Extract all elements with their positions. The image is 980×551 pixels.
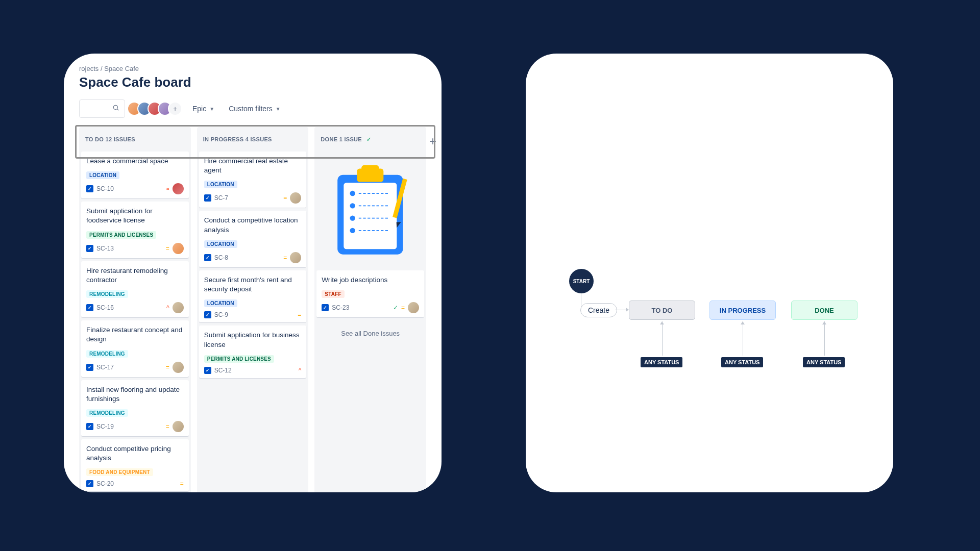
svg-line-1: [117, 109, 119, 111]
issue-card[interactable]: Hire commercial real estate agentLOCATIO…: [199, 152, 307, 208]
task-icon: [204, 311, 211, 318]
breadcrumb-root[interactable]: rojects: [79, 65, 99, 72]
priority-icon: =: [166, 423, 169, 430]
workflow-status-todo[interactable]: TO DO: [629, 300, 695, 320]
card-title: Secure first month's rent and security d…: [204, 276, 302, 294]
issue-card[interactable]: Install new flooring and update furnishi…: [81, 380, 189, 436]
chevron-down-icon: ▼: [209, 106, 214, 112]
card-tag: LOCATION: [204, 240, 237, 248]
task-icon: [86, 185, 93, 192]
assignee-avatar[interactable]: [173, 243, 184, 254]
issue-card[interactable]: Secure first month's rent and security d…: [199, 270, 307, 322]
search-input[interactable]: [79, 99, 125, 118]
card-title: Submit application for foodservice licen…: [86, 207, 184, 225]
priority-icon: =: [298, 311, 301, 318]
card-title: Submit application for business license: [204, 331, 302, 349]
issue-key: SC-20: [96, 480, 114, 487]
assignee-avatar[interactable]: [173, 183, 184, 194]
board-panel: rojects / Space Cafe Space Cafe board + …: [64, 54, 442, 492]
done-illustration: [314, 152, 426, 270]
custom-filters[interactable]: Custom filters ▼: [225, 102, 284, 116]
card-tag: REMODELING: [86, 350, 128, 358]
issue-card[interactable]: Write job descriptionsSTAFFSC-23✓=: [316, 270, 424, 317]
card-title: Finalize restaurant concept and design: [86, 325, 184, 344]
column-header-done[interactable]: DONE 1 ISSUE ✓: [314, 127, 426, 152]
card-tag: LOCATION: [204, 181, 237, 188]
task-icon: [86, 364, 93, 371]
page-title: Space Cafe board: [79, 74, 426, 90]
issue-key: SC-17: [96, 364, 114, 371]
column-header-todo[interactable]: TO DO 12 ISSUES: [79, 127, 191, 152]
svg-rect-5: [361, 165, 379, 171]
issue-key: SC-8: [214, 254, 228, 261]
see-all-done-link[interactable]: See all Done issues: [314, 319, 426, 347]
issue-card[interactable]: Submit application for foodservice licen…: [81, 202, 189, 258]
column-inprogress: IN PROGRESS 4 ISSUES Hire commercial rea…: [197, 127, 309, 492]
issue-card[interactable]: Submit application for business licenseP…: [199, 325, 307, 378]
arrow-up-icon: [660, 321, 664, 324]
svg-point-10: [350, 215, 355, 220]
check-icon: ✓: [366, 136, 371, 142]
task-icon: [86, 304, 93, 311]
column-header-inprogress[interactable]: IN PROGRESS 4 ISSUES: [197, 127, 309, 152]
assignee-avatar[interactable]: [290, 192, 301, 204]
assignee-avatar[interactable]: [173, 362, 184, 373]
card-tag: REMODELING: [86, 409, 128, 417]
issue-key: SC-23: [332, 304, 349, 311]
card-tag: LOCATION: [86, 171, 119, 179]
workflow-status-done[interactable]: DONE: [791, 300, 857, 320]
column-todo: TO DO 12 ISSUES Lease a commercial space…: [79, 127, 191, 492]
task-icon: [204, 367, 211, 374]
breadcrumb[interactable]: rojects / Space Cafe: [79, 65, 426, 72]
epic-filter[interactable]: Epic ▼: [188, 102, 218, 116]
board-columns: TO DO 12 ISSUES Lease a commercial space…: [79, 127, 426, 492]
svg-point-12: [350, 228, 355, 233]
assignee-avatar[interactable]: [290, 252, 301, 263]
priority-icon: ^: [166, 304, 169, 311]
workflow-start-node[interactable]: START: [569, 269, 594, 293]
issue-card[interactable]: Lease a commercial spaceLOCATIONSC-10≈: [81, 152, 189, 198]
card-title: Write job descriptions: [322, 276, 419, 285]
issue-card[interactable]: Finalize restaurant concept and designRE…: [81, 320, 189, 377]
breadcrumb-project[interactable]: Space Cafe: [104, 65, 139, 72]
priority-icon: =: [166, 245, 169, 252]
assignee-avatar[interactable]: [408, 302, 419, 313]
workflow-any-status[interactable]: ANY STATUS: [803, 357, 845, 367]
issue-key: SC-9: [214, 311, 228, 318]
add-people-button[interactable]: +: [168, 102, 182, 116]
column-done: DONE 1 ISSUE ✓: [314, 127, 426, 492]
issue-card[interactable]: Conduct competitive pricing analysisFOOD…: [81, 439, 189, 491]
workflow-any-status[interactable]: ANY STATUS: [721, 357, 763, 367]
svg-point-8: [350, 203, 355, 208]
priority-icon: =: [166, 364, 169, 371]
add-column-button[interactable]: +: [429, 134, 436, 148]
task-icon: [86, 423, 93, 430]
avatar-group[interactable]: +: [131, 102, 182, 116]
svg-point-6: [350, 191, 355, 196]
issue-key: SC-13: [96, 245, 114, 252]
card-title: Hire commercial real estate agent: [204, 157, 302, 175]
priority-icon: ^: [299, 367, 302, 374]
task-icon: [204, 194, 211, 202]
arrow-up-icon: [822, 321, 826, 324]
task-icon: [86, 245, 93, 252]
card-title: Lease a commercial space: [86, 157, 184, 166]
card-tag: LOCATION: [204, 299, 237, 307]
svg-point-0: [113, 105, 117, 109]
workflow-status-inprogress[interactable]: IN PROGRESS: [709, 300, 776, 320]
issue-card[interactable]: Conduct a competitive location analysisL…: [199, 211, 307, 267]
task-icon: [204, 254, 211, 261]
task-icon: [86, 480, 93, 487]
assignee-avatar[interactable]: [173, 302, 184, 313]
card-tag: PERMITS AND LICENSES: [86, 231, 156, 239]
workflow-create-node[interactable]: Create: [580, 303, 617, 317]
card-title: Install new flooring and update furnishi…: [86, 385, 184, 404]
done-check-icon: ✓: [393, 304, 398, 311]
workflow-panel: START Create TO DO IN PROGRESS DONE ANY …: [526, 54, 893, 492]
card-title: Conduct a competitive location analysis: [204, 216, 302, 234]
arrow-up-icon: [741, 321, 745, 324]
issue-card[interactable]: Hire restaurant remodeling contractorREM…: [81, 261, 189, 317]
workflow-any-status[interactable]: ANY STATUS: [641, 357, 682, 367]
card-tag: REMODELING: [86, 290, 128, 298]
assignee-avatar[interactable]: [173, 421, 184, 432]
